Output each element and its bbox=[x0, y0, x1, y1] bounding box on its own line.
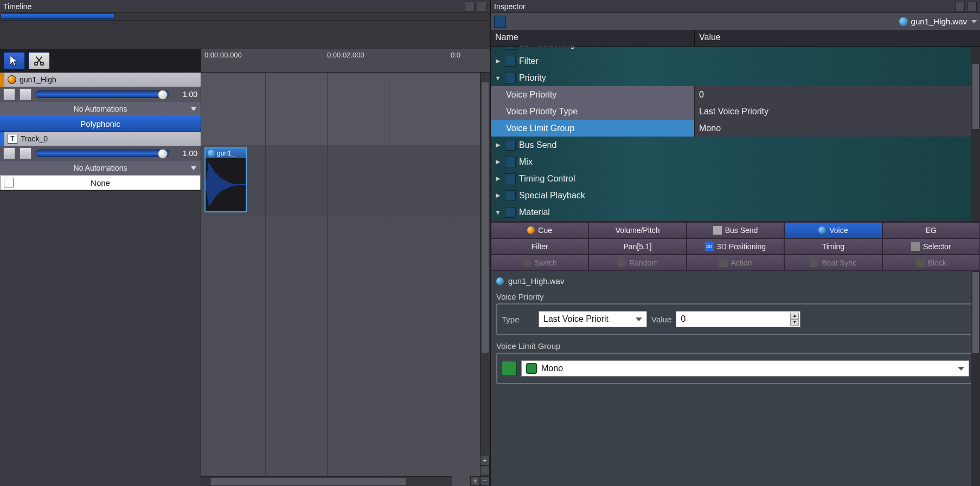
cut-tool[interactable] bbox=[28, 52, 50, 69]
text-track-icon: T bbox=[8, 134, 17, 144]
tab-3d-positioning[interactable]: 3D3D Positioning bbox=[687, 238, 784, 255]
track-header[interactable]: T Track_0 bbox=[0, 132, 201, 146]
voice-icon bbox=[818, 226, 826, 234]
voice-limit-group-heading: Voice Limit Group bbox=[496, 341, 560, 351]
dock-icon[interactable] bbox=[465, 2, 475, 11]
beatsync-icon bbox=[810, 258, 818, 267]
tree-row-filter[interactable]: ▶Filter bbox=[491, 53, 980, 69]
inspector-title: Inspector bbox=[494, 2, 526, 11]
mute-icon[interactable] bbox=[20, 147, 31, 159]
tree-row-special-playback[interactable]: ▶Special Playback bbox=[491, 187, 980, 204]
tab-filter[interactable]: Filter bbox=[491, 238, 588, 255]
tree-row-priority[interactable]: ▼Priority bbox=[491, 69, 980, 86]
automation-toggle-icon[interactable] bbox=[3, 147, 15, 159]
tree-row-bus-send[interactable]: ▶Bus Send bbox=[491, 137, 980, 153]
cue-icon bbox=[527, 226, 535, 234]
automation-toggle-icon[interactable] bbox=[3, 88, 15, 100]
inspector-toolbar: gun1_High.wav bbox=[491, 13, 980, 30]
dock-icon[interactable] bbox=[955, 2, 965, 11]
zoom-out-button[interactable]: − bbox=[480, 476, 490, 486]
close-panel-icon[interactable] bbox=[477, 2, 486, 11]
automation-dropdown[interactable]: No Automations bbox=[0, 161, 201, 175]
tab-timing[interactable]: Timing bbox=[784, 238, 882, 255]
horizontal-scrollbar[interactable] bbox=[201, 476, 452, 486]
track-name: Track_0 bbox=[21, 134, 48, 143]
track-gun1-high: gun1_High 1.00 No Automations Polyphonic bbox=[0, 73, 201, 132]
ruler-tick-label: 0:00:02.000 bbox=[327, 51, 364, 59]
inspector-tabs: Cue Volume/Pitch Bus Send Voice EG Filte… bbox=[491, 222, 980, 271]
tab-selector[interactable]: Selector bbox=[882, 238, 980, 255]
inspector-column-header: Name Value bbox=[491, 30, 980, 47]
tree-row-voice-priority-type[interactable]: Voice Priority TypeLast Voice Priority bbox=[491, 103, 980, 120]
type-label: Type bbox=[502, 315, 534, 324]
volume-value: 1.00 bbox=[174, 149, 197, 158]
ruler-tick-label: 0:0 bbox=[451, 51, 460, 59]
cue-orb-icon bbox=[8, 75, 16, 84]
tree-row-voice-priority[interactable]: Voice Priority0 bbox=[491, 86, 980, 103]
tab-random: Random bbox=[588, 255, 686, 271]
overview-range[interactable] bbox=[1, 14, 114, 19]
tab-switch: Switch bbox=[491, 255, 588, 271]
inspector-filename: gun1_High.wav bbox=[911, 17, 967, 26]
tree-row-mix[interactable]: ▶Mix bbox=[491, 153, 980, 170]
tree-row-3d-positioning[interactable]: ▶3D Positioning bbox=[491, 47, 980, 53]
vertical-scrollbar[interactable] bbox=[480, 73, 490, 476]
tab-bus-send[interactable]: Bus Send bbox=[687, 222, 784, 238]
value-spinner[interactable]: 0▲▼ bbox=[676, 311, 800, 327]
pointer-tool[interactable] bbox=[3, 52, 25, 69]
tab-eg[interactable]: EG bbox=[882, 222, 980, 238]
group-indicator-icon[interactable] bbox=[502, 361, 517, 376]
form-filename: gun1_High.wav bbox=[508, 276, 564, 286]
automation-dropdown[interactable]: No Automations bbox=[0, 102, 201, 116]
tree-row-voice-limit-group[interactable]: Voice Limit GroupMono bbox=[491, 120, 980, 137]
play-mode-dropdown[interactable]: Polyphonic bbox=[0, 116, 201, 131]
type-combo[interactable]: Last Voice Priorit bbox=[539, 311, 647, 327]
volume-slider[interactable] bbox=[36, 150, 169, 157]
tab-volume-pitch[interactable]: Volume/Pitch bbox=[588, 222, 686, 238]
tab-cue[interactable]: Cue bbox=[491, 222, 588, 238]
switch-icon bbox=[523, 258, 531, 267]
zoom-in-button[interactable]: + bbox=[470, 476, 480, 486]
file-menu-chevron-icon[interactable] bbox=[971, 20, 977, 23]
v-zoom-in-button[interactable]: + bbox=[480, 456, 490, 465]
track-track0: T Track_0 1.00 No Automations None bbox=[0, 132, 201, 191]
timeline-title: Timeline bbox=[3, 2, 31, 11]
group-color-icon bbox=[526, 363, 537, 374]
v-zoom-out-button[interactable]: − bbox=[480, 465, 490, 475]
tree-row-timing-control[interactable]: ▶Timing Control bbox=[491, 170, 980, 187]
track-header[interactable]: gun1_High bbox=[0, 73, 201, 87]
clip-area[interactable]: 0:00:00.000 0:00:02.000 0:0 gun1_ bbox=[201, 73, 490, 486]
col-value: Value bbox=[694, 30, 980, 46]
property-tree: ▶3D Positioning ▶Filter ▼Priority Voice … bbox=[491, 47, 980, 222]
audio-file-icon bbox=[496, 277, 504, 285]
voice-limit-group-combo[interactable]: Mono bbox=[521, 360, 969, 377]
3d-icon: 3D bbox=[705, 242, 714, 251]
time-ruler[interactable]: 0:00:00.000 0:00:02.000 0:0 bbox=[201, 49, 490, 73]
track-column: gun1_High 1.00 No Automations Polyphonic bbox=[0, 73, 201, 486]
close-panel-icon[interactable] bbox=[967, 2, 977, 11]
tab-block: Block bbox=[882, 255, 980, 271]
grid-view-icon[interactable] bbox=[494, 16, 506, 28]
tree-row-material[interactable]: ▼Material bbox=[491, 204, 980, 221]
bus-icon bbox=[713, 226, 722, 235]
track-name: gun1_High bbox=[20, 75, 56, 84]
volume-value: 1.00 bbox=[174, 90, 197, 99]
extra-dropdown[interactable]: None bbox=[0, 175, 201, 190]
audio-clip[interactable]: gun1_ bbox=[204, 147, 247, 212]
tab-pan[interactable]: Pan[5.1] bbox=[588, 238, 686, 255]
voice-priority-heading: Voice Priority bbox=[496, 292, 544, 301]
waveform bbox=[206, 158, 246, 211]
tab-voice[interactable]: Voice bbox=[784, 222, 882, 238]
marker-icon bbox=[4, 178, 14, 187]
form-scrollbar[interactable] bbox=[971, 271, 980, 486]
value-label: Value bbox=[651, 315, 671, 324]
clip-label: gun1_ bbox=[217, 150, 235, 157]
selector-icon bbox=[911, 242, 920, 251]
block-icon bbox=[916, 258, 925, 267]
col-name: Name bbox=[491, 30, 694, 46]
tree-scrollbar[interactable] bbox=[971, 47, 980, 222]
timeline-overview[interactable] bbox=[0, 13, 490, 21]
volume-slider[interactable] bbox=[36, 90, 169, 98]
audio-file-icon bbox=[899, 17, 908, 26]
mute-icon[interactable] bbox=[20, 88, 31, 100]
